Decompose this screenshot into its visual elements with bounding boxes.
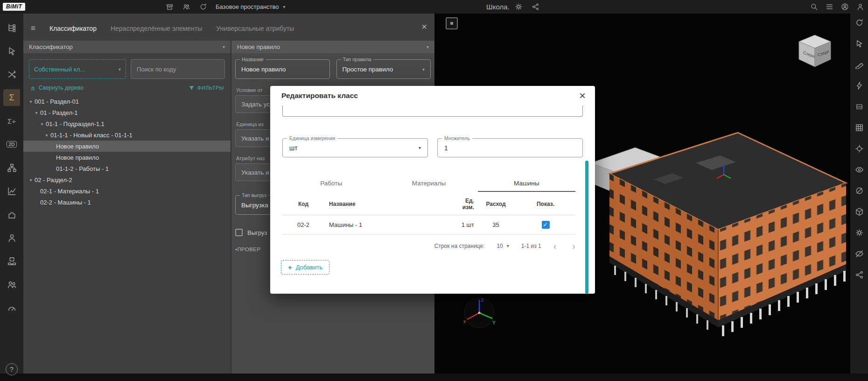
- classifier-sigma-icon[interactable]: Σ: [3, 89, 20, 106]
- collaboration-icon[interactable]: [3, 276, 20, 293]
- charts-icon[interactable]: [3, 183, 20, 199]
- classifier-select[interactable]: Собственный кл... ▾: [29, 59, 126, 79]
- grid-icon[interactable]: [852, 120, 866, 134]
- export-checkbox[interactable]: [235, 229, 243, 236]
- classifier-section-header[interactable]: Классификатор ▾: [23, 41, 231, 53]
- tree-tools-row: Свернуть дерево ФИЛЬТРЫ: [23, 83, 231, 92]
- viewport-toolbar: [850, 14, 868, 374]
- menu-list-icon[interactable]: [824, 2, 834, 12]
- view-2d-icon[interactable]: 2D: [3, 136, 20, 153]
- tab-classifier[interactable]: Классификатор: [49, 25, 97, 32]
- clip-plane-icon[interactable]: [852, 183, 866, 198]
- chevron-down-icon: ▾: [507, 243, 509, 248]
- multiplier-field[interactable]: Множитель 1: [437, 138, 583, 157]
- tree-item[interactable]: ▾01 - Раздел-1: [23, 107, 231, 118]
- modal-fields-row: Единица измерения шт▾ Множитель 1: [282, 138, 583, 157]
- axis-x-label: x: [463, 319, 466, 324]
- connections-icon[interactable]: [3, 66, 20, 83]
- tab-machines[interactable]: Машины: [478, 180, 575, 192]
- tab-works[interactable]: Работы: [282, 180, 380, 192]
- plugins-icon[interactable]: [3, 206, 20, 223]
- dashboard-gauge-icon[interactable]: [3, 299, 20, 316]
- search-icon[interactable]: [809, 2, 819, 12]
- chevron-down-icon: ▾: [422, 67, 425, 72]
- tree-item[interactable]: 01-1-2 - Работы - 1: [23, 163, 231, 174]
- export-tray-icon[interactable]: [3, 253, 20, 269]
- tab-universal-attributes[interactable]: Универсальные атрибуты: [216, 25, 294, 32]
- tree-expand-icon[interactable]: ▾: [43, 133, 50, 138]
- rows-per-page-select[interactable]: 10 ▾: [497, 243, 509, 249]
- tree-item[interactable]: ▾001 - Раздел-01: [23, 96, 231, 107]
- hide-elements-icon[interactable]: [852, 247, 866, 261]
- axis-y-label: Y: [492, 320, 496, 325]
- measure-icon[interactable]: [852, 57, 866, 71]
- unit-of-measure-select[interactable]: Единица измерения шт▾: [282, 138, 428, 157]
- add-row-button[interactable]: + Добавить: [281, 260, 329, 275]
- share-icon[interactable]: [530, 2, 540, 12]
- model-tree-icon[interactable]: [3, 19, 20, 36]
- tree-expand-icon[interactable]: ▾: [33, 110, 40, 115]
- table-row[interactable]: 02-2 Машины - 1 1 шт 35: [282, 215, 575, 235]
- tree-expand-icon[interactable]: ▾: [38, 121, 46, 127]
- profile-icon[interactable]: [855, 2, 865, 12]
- lightning-icon[interactable]: [852, 78, 866, 92]
- rotate-view-icon[interactable]: [852, 15, 866, 29]
- name-textarea-partial[interactable]: [282, 106, 583, 117]
- team-icon[interactable]: [181, 2, 191, 12]
- help-icon[interactable]: ?: [6, 363, 18, 375]
- navigation-cube[interactable]: Слева Сзади: [793, 30, 836, 73]
- tab-unassigned-elements[interactable]: Нераспределённые элементы: [111, 25, 202, 32]
- col-name: Название: [324, 201, 432, 207]
- next-page-icon[interactable]: ›: [572, 241, 575, 251]
- prev-page-icon[interactable]: ‹: [553, 241, 557, 251]
- center-focus-icon[interactable]: [852, 141, 866, 155]
- code-search-input[interactable]: [131, 59, 225, 79]
- cube-view-icon[interactable]: [852, 205, 866, 219]
- bimit-logo: BiMiT: [3, 3, 25, 11]
- col-consumption: Расход: [476, 201, 516, 207]
- person-icon[interactable]: [3, 229, 20, 246]
- sync-icon[interactable]: [198, 2, 208, 12]
- tree-expand-icon[interactable]: ▾: [27, 177, 35, 183]
- tree-item[interactable]: 02-2 - Машины - 1: [23, 197, 231, 208]
- tree-item[interactable]: ▾01-1 - Подраздел-1.1: [23, 118, 231, 129]
- modal-header: Редактировать класс ×: [270, 86, 595, 106]
- tree-expand-icon[interactable]: ▾: [27, 99, 35, 104]
- chevron-down-icon: ▾: [223, 44, 225, 49]
- tab-materials[interactable]: Материалы: [380, 180, 477, 192]
- sigma-plus-icon[interactable]: Σ+: [3, 113, 20, 129]
- filters-button[interactable]: ФИЛЬТРЫ: [189, 85, 224, 91]
- modal-tabs: Работы Материалы Машины: [282, 180, 575, 192]
- show-checkbox-checked[interactable]: [542, 221, 550, 229]
- rule-section-header[interactable]: Новое правило ▾: [231, 41, 434, 53]
- col-code: Код: [282, 201, 324, 207]
- gear-icon[interactable]: [513, 2, 524, 12]
- eye-icon[interactable]: [852, 162, 866, 176]
- rule-name-field[interactable]: Название Новое правило: [235, 59, 330, 79]
- topbar-left-icons: [164, 2, 208, 12]
- archive-box-icon[interactable]: [164, 2, 175, 12]
- select-elements-icon[interactable]: [3, 42, 20, 59]
- panel-menu-icon[interactable]: ≡: [31, 24, 35, 33]
- plus-icon: +: [288, 263, 292, 271]
- tree-item[interactable]: ▾01-1-1 - Новый класс - 01-1-1: [23, 129, 231, 141]
- tree-item-selected[interactable]: Новое правило: [23, 141, 231, 152]
- tree-item[interactable]: 02-1 - Материалы - 1: [23, 185, 231, 197]
- structure-icon[interactable]: [3, 159, 20, 176]
- rule-type-select[interactable]: Тип правила Простое правило▾: [336, 59, 431, 79]
- collapse-tree-button[interactable]: Свернуть дерево: [30, 85, 84, 91]
- tree-item[interactable]: ▾02 - Раздел-2: [23, 174, 231, 185]
- tree-item[interactable]: Новое правило: [23, 152, 231, 163]
- avatar-icon[interactable]: [840, 2, 850, 12]
- region-select-icon[interactable]: [446, 17, 458, 29]
- close-icon[interactable]: ×: [579, 90, 586, 101]
- axis-gizmo: z x Y: [462, 295, 497, 332]
- select-cursor-icon[interactable]: [852, 36, 866, 50]
- share-view-icon[interactable]: [852, 268, 866, 282]
- workspace-selector[interactable]: Базовое пространство ▾: [216, 3, 286, 10]
- classifier-tree: ▾001 - Раздел-01 ▾01 - Раздел-1 ▾01-1 - …: [23, 92, 231, 374]
- close-icon[interactable]: ×: [421, 22, 427, 31]
- section-box-icon[interactable]: [852, 99, 866, 113]
- modal-scrollbar[interactable]: [585, 161, 588, 294]
- settings-gear-icon[interactable]: [852, 226, 866, 240]
